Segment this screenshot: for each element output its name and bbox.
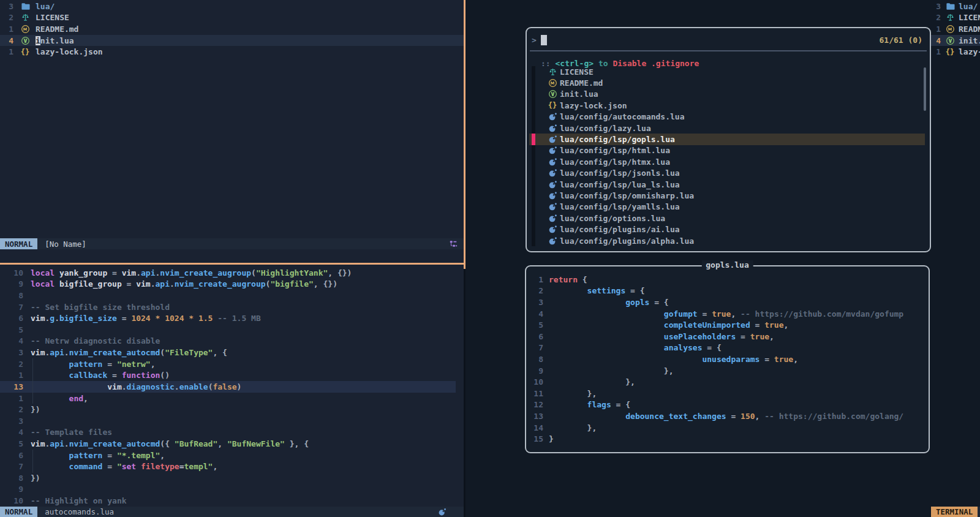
picker-item[interactable]: lua/config/lsp/jsonls.lua xyxy=(529,168,925,179)
text-segment: . xyxy=(151,279,156,289)
code-line[interactable]: 9 xyxy=(0,484,464,496)
code-line[interactable]: 10local yank_group = vim.api.nvim_create… xyxy=(0,267,464,279)
file-row[interactable]: 3lua/ xyxy=(0,1,464,12)
text-segment: api xyxy=(156,279,170,289)
fzf-picker-popup: > 61/61 (0) :: <ctrl-g> to Disable .giti… xyxy=(526,27,931,252)
text-segment: vim xyxy=(136,279,150,289)
statusline-filename: [No Name] xyxy=(45,240,86,249)
file-label: LICENSE xyxy=(36,13,69,22)
code-line[interactable]: 13 vim.diagnostic.enable(false) xyxy=(0,381,456,393)
window-separator-vertical[interactable] xyxy=(464,0,466,517)
text-segment: , xyxy=(784,320,789,330)
folder-icon xyxy=(945,2,955,11)
text-segment: vim xyxy=(31,382,122,391)
line-number: 9 xyxy=(0,485,31,494)
text-segment: 1.5 xyxy=(198,314,213,323)
text-segment: . xyxy=(45,348,50,357)
text-segment: = { xyxy=(649,298,668,307)
file-row[interactable]: 2LICENSE xyxy=(0,12,464,24)
code-line[interactable]: 2 pattern = "netrw", xyxy=(0,358,464,370)
window-separator-horizontal[interactable] xyxy=(0,263,464,265)
picker-item-label: lua/config/lsp/lua_ls.lua xyxy=(560,180,680,189)
text-segment: , xyxy=(213,462,217,471)
neovim-screen: 3lua/2LICENSE1README.md4init.lua1{}lazy-… xyxy=(0,0,980,517)
file-row[interactable]: 1README.md xyxy=(931,23,980,35)
picker-item[interactable]: lua/config/lsp/omnisharp.lua xyxy=(529,190,925,201)
text-segment: settings xyxy=(549,286,625,295)
picker-item[interactable]: lua/config/lsp/yamlls.lua xyxy=(529,202,925,213)
file-label: lua/ xyxy=(36,2,55,11)
text-segment: -- 1.5 MB xyxy=(213,314,260,323)
text-segment: gofumpt xyxy=(549,309,698,319)
picker-item[interactable]: {}lazy-lock.json xyxy=(529,100,925,111)
picker-prompt[interactable]: > 61/61 (0) xyxy=(532,34,922,46)
picker-item[interactable]: lua/config/lsp/htmx.lua xyxy=(529,156,925,167)
code-line[interactable]: 8}) xyxy=(0,472,464,484)
text-segment: } xyxy=(549,434,554,443)
text-segment: , xyxy=(793,355,798,364)
code-line[interactable]: 3 xyxy=(0,415,464,427)
picker-scrollbar[interactable] xyxy=(924,67,926,111)
line-number: 2 xyxy=(931,13,941,22)
file-row[interactable]: 1{}lazy-lock.json xyxy=(931,46,980,58)
code-line[interactable]: 6vim.g.bigfile_size = 1024 * 1024 * 1.5 … xyxy=(0,312,464,324)
picker-item[interactable]: README.md xyxy=(529,77,925,88)
picker-item[interactable]: init.lua xyxy=(529,89,925,100)
picker-item[interactable]: lua/config/autocomands.lua xyxy=(529,111,925,123)
file-row[interactable]: 1README.md xyxy=(0,23,464,35)
text-segment: nvim_create_augroup xyxy=(160,268,251,277)
picker-item[interactable]: lua/config/plugins/alpha.lua xyxy=(529,235,925,246)
text-segment: }, xyxy=(549,389,597,398)
code-line[interactable]: 8 xyxy=(0,290,464,301)
picker-item-label: lua/config/lsp/omnisharp.lua xyxy=(560,191,694,200)
text-segment: "*.templ" xyxy=(117,451,160,460)
file-label: README.md xyxy=(959,25,980,34)
code-line[interactable]: 5 xyxy=(0,324,464,336)
text-segment: api xyxy=(141,268,155,277)
selection-pointer xyxy=(532,134,535,145)
code-line[interactable]: 9local bigfile_group = vim.api.nvim_crea… xyxy=(0,279,464,290)
text-segment: }, xyxy=(549,377,635,387)
file-row[interactable]: 4init.lua xyxy=(931,35,980,47)
left-pane: 3lua/2LICENSE1README.md4init.lua1{}lazy-… xyxy=(0,0,464,517)
text-segment: 1024 xyxy=(131,314,150,323)
picker-item[interactable]: LICENSE xyxy=(529,66,925,77)
text-segment: , xyxy=(151,360,156,369)
code-line[interactable]: 5vim.api.nvim_create_autocmd({ "BufRead"… xyxy=(0,438,464,450)
lua-icon xyxy=(548,135,557,144)
code-line[interactable]: 4-- Netrw diagnostic disable xyxy=(0,336,464,347)
preview-line: 5 completeUnimported = true, xyxy=(526,319,927,331)
text-segment: g xyxy=(50,314,55,323)
code-line[interactable]: 3vim.api.nvim_create_autocmd("FileType",… xyxy=(0,347,464,358)
preview-line: 6 usePlaceholders = true, xyxy=(526,331,927,342)
text-segment: () xyxy=(160,371,170,380)
file-row[interactable]: 3lua/ xyxy=(931,1,980,12)
lua-icon xyxy=(548,146,557,155)
line-number: 1 xyxy=(931,25,941,34)
code-line[interactable]: 1 callback = function() xyxy=(0,369,464,381)
code-line[interactable]: 7 command = "set filetype=templ", xyxy=(0,461,464,472)
code-line[interactable]: 4-- Template files xyxy=(0,427,464,439)
line-number: 3 xyxy=(526,298,543,307)
picker-item[interactable]: lua/config/lsp/html.lua xyxy=(529,145,925,156)
lua-icon xyxy=(548,157,557,167)
picker-item[interactable]: lua/config/plugins/ai.lua xyxy=(529,224,925,235)
code-line[interactable]: 2}) xyxy=(0,404,464,415)
text-segment: . xyxy=(55,314,59,323)
code-line[interactable]: 7-- Set bigfile size threshold xyxy=(0,301,464,313)
code-line[interactable]: 1 end, xyxy=(0,393,464,404)
picker-item[interactable]: lua/config/lazy.lua xyxy=(529,123,925,134)
preview-title: gopls.lua xyxy=(701,260,753,270)
code-line[interactable]: 10-- Highlight on yank xyxy=(0,495,464,507)
line-number: 2 xyxy=(526,286,543,295)
file-row[interactable]: 2LICENSE xyxy=(931,12,980,24)
line-number: 14 xyxy=(526,423,543,432)
code-line[interactable]: 6 pattern = "*.templ", xyxy=(0,450,464,461)
file-row[interactable]: 1{}lazy-lock.json xyxy=(0,46,464,58)
text-segment: -- https://github.com/golang/ xyxy=(760,412,903,421)
folder-icon xyxy=(20,2,30,11)
file-row[interactable]: 4init.lua xyxy=(0,35,464,47)
picker-item[interactable]: lua/config/lsp/lua_ls.lua xyxy=(529,179,925,190)
picker-item[interactable]: lua/config/lsp/gopls.lua xyxy=(529,134,925,145)
picker-item[interactable]: lua/config/options.lua xyxy=(529,213,925,224)
